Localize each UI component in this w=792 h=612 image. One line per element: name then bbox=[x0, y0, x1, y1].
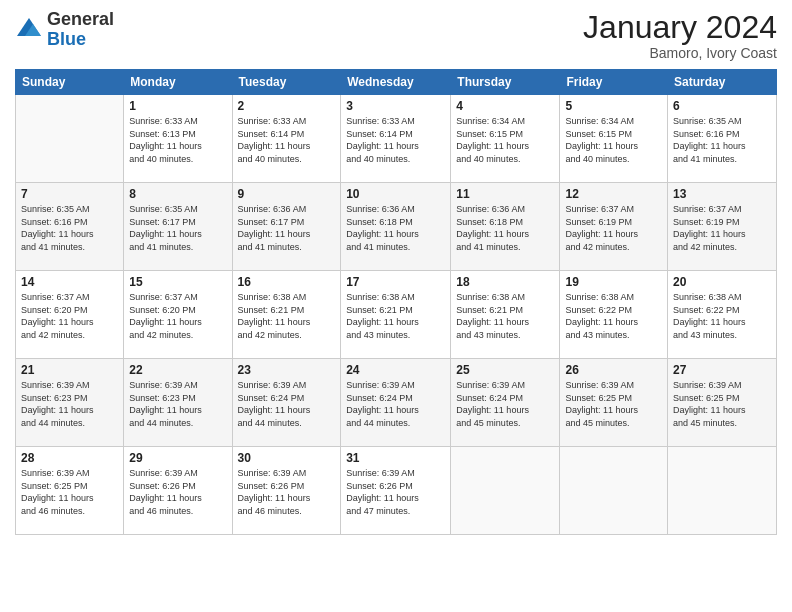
day-number: 16 bbox=[238, 275, 336, 289]
calendar-cell: 10Sunrise: 6:36 AMSunset: 6:18 PMDayligh… bbox=[341, 183, 451, 271]
day-number: 27 bbox=[673, 363, 771, 377]
day-info: Sunrise: 6:39 AMSunset: 6:23 PMDaylight:… bbox=[21, 379, 118, 429]
logo: General Blue bbox=[15, 10, 114, 50]
calendar-cell: 18Sunrise: 6:38 AMSunset: 6:21 PMDayligh… bbox=[451, 271, 560, 359]
day-number: 25 bbox=[456, 363, 554, 377]
day-number: 19 bbox=[565, 275, 662, 289]
calendar-cell: 4Sunrise: 6:34 AMSunset: 6:15 PMDaylight… bbox=[451, 95, 560, 183]
day-number: 1 bbox=[129, 99, 226, 113]
calendar-cell: 8Sunrise: 6:35 AMSunset: 6:17 PMDaylight… bbox=[124, 183, 232, 271]
calendar-cell: 23Sunrise: 6:39 AMSunset: 6:24 PMDayligh… bbox=[232, 359, 341, 447]
day-number: 2 bbox=[238, 99, 336, 113]
day-info: Sunrise: 6:34 AMSunset: 6:15 PMDaylight:… bbox=[456, 115, 554, 165]
day-number: 9 bbox=[238, 187, 336, 201]
day-header-saturday: Saturday bbox=[668, 70, 777, 95]
day-info: Sunrise: 6:33 AMSunset: 6:14 PMDaylight:… bbox=[238, 115, 336, 165]
day-info: Sunrise: 6:38 AMSunset: 6:21 PMDaylight:… bbox=[456, 291, 554, 341]
calendar-cell: 14Sunrise: 6:37 AMSunset: 6:20 PMDayligh… bbox=[16, 271, 124, 359]
calendar-cell: 11Sunrise: 6:36 AMSunset: 6:18 PMDayligh… bbox=[451, 183, 560, 271]
day-info: Sunrise: 6:37 AMSunset: 6:19 PMDaylight:… bbox=[673, 203, 771, 253]
calendar-cell: 21Sunrise: 6:39 AMSunset: 6:23 PMDayligh… bbox=[16, 359, 124, 447]
day-info: Sunrise: 6:37 AMSunset: 6:19 PMDaylight:… bbox=[565, 203, 662, 253]
day-number: 13 bbox=[673, 187, 771, 201]
calendar-cell: 27Sunrise: 6:39 AMSunset: 6:25 PMDayligh… bbox=[668, 359, 777, 447]
day-info: Sunrise: 6:36 AMSunset: 6:17 PMDaylight:… bbox=[238, 203, 336, 253]
calendar-cell: 13Sunrise: 6:37 AMSunset: 6:19 PMDayligh… bbox=[668, 183, 777, 271]
day-number: 29 bbox=[129, 451, 226, 465]
calendar-week-row: 14Sunrise: 6:37 AMSunset: 6:20 PMDayligh… bbox=[16, 271, 777, 359]
calendar-cell bbox=[451, 447, 560, 535]
calendar-cell bbox=[668, 447, 777, 535]
day-info: Sunrise: 6:35 AMSunset: 6:17 PMDaylight:… bbox=[129, 203, 226, 253]
day-number: 10 bbox=[346, 187, 445, 201]
day-info: Sunrise: 6:38 AMSunset: 6:21 PMDaylight:… bbox=[346, 291, 445, 341]
day-number: 7 bbox=[21, 187, 118, 201]
day-header-tuesday: Tuesday bbox=[232, 70, 341, 95]
day-header-wednesday: Wednesday bbox=[341, 70, 451, 95]
day-info: Sunrise: 6:34 AMSunset: 6:15 PMDaylight:… bbox=[565, 115, 662, 165]
day-info: Sunrise: 6:39 AMSunset: 6:24 PMDaylight:… bbox=[346, 379, 445, 429]
day-number: 5 bbox=[565, 99, 662, 113]
calendar-cell: 1Sunrise: 6:33 AMSunset: 6:13 PMDaylight… bbox=[124, 95, 232, 183]
day-info: Sunrise: 6:38 AMSunset: 6:22 PMDaylight:… bbox=[673, 291, 771, 341]
day-info: Sunrise: 6:33 AMSunset: 6:13 PMDaylight:… bbox=[129, 115, 226, 165]
calendar-cell bbox=[560, 447, 668, 535]
day-number: 3 bbox=[346, 99, 445, 113]
day-info: Sunrise: 6:39 AMSunset: 6:25 PMDaylight:… bbox=[21, 467, 118, 517]
day-number: 30 bbox=[238, 451, 336, 465]
calendar-cell: 15Sunrise: 6:37 AMSunset: 6:20 PMDayligh… bbox=[124, 271, 232, 359]
calendar-cell: 30Sunrise: 6:39 AMSunset: 6:26 PMDayligh… bbox=[232, 447, 341, 535]
day-info: Sunrise: 6:37 AMSunset: 6:20 PMDaylight:… bbox=[129, 291, 226, 341]
calendar-cell: 17Sunrise: 6:38 AMSunset: 6:21 PMDayligh… bbox=[341, 271, 451, 359]
calendar-week-row: 28Sunrise: 6:39 AMSunset: 6:25 PMDayligh… bbox=[16, 447, 777, 535]
day-number: 23 bbox=[238, 363, 336, 377]
calendar-cell: 7Sunrise: 6:35 AMSunset: 6:16 PMDaylight… bbox=[16, 183, 124, 271]
calendar-cell: 6Sunrise: 6:35 AMSunset: 6:16 PMDaylight… bbox=[668, 95, 777, 183]
day-info: Sunrise: 6:39 AMSunset: 6:26 PMDaylight:… bbox=[129, 467, 226, 517]
day-number: 17 bbox=[346, 275, 445, 289]
calendar-cell: 5Sunrise: 6:34 AMSunset: 6:15 PMDaylight… bbox=[560, 95, 668, 183]
calendar-cell: 31Sunrise: 6:39 AMSunset: 6:26 PMDayligh… bbox=[341, 447, 451, 535]
day-info: Sunrise: 6:35 AMSunset: 6:16 PMDaylight:… bbox=[673, 115, 771, 165]
day-header-thursday: Thursday bbox=[451, 70, 560, 95]
logo-icon bbox=[15, 16, 43, 44]
calendar-cell: 24Sunrise: 6:39 AMSunset: 6:24 PMDayligh… bbox=[341, 359, 451, 447]
day-info: Sunrise: 6:39 AMSunset: 6:25 PMDaylight:… bbox=[565, 379, 662, 429]
day-header-friday: Friday bbox=[560, 70, 668, 95]
calendar-cell: 3Sunrise: 6:33 AMSunset: 6:14 PMDaylight… bbox=[341, 95, 451, 183]
day-info: Sunrise: 6:38 AMSunset: 6:21 PMDaylight:… bbox=[238, 291, 336, 341]
location-subtitle: Bamoro, Ivory Coast bbox=[583, 45, 777, 61]
calendar-week-row: 7Sunrise: 6:35 AMSunset: 6:16 PMDaylight… bbox=[16, 183, 777, 271]
day-info: Sunrise: 6:37 AMSunset: 6:20 PMDaylight:… bbox=[21, 291, 118, 341]
calendar-cell: 25Sunrise: 6:39 AMSunset: 6:24 PMDayligh… bbox=[451, 359, 560, 447]
day-info: Sunrise: 6:33 AMSunset: 6:14 PMDaylight:… bbox=[346, 115, 445, 165]
calendar-week-row: 1Sunrise: 6:33 AMSunset: 6:13 PMDaylight… bbox=[16, 95, 777, 183]
logo-blue-text: Blue bbox=[47, 29, 86, 49]
calendar-cell: 26Sunrise: 6:39 AMSunset: 6:25 PMDayligh… bbox=[560, 359, 668, 447]
day-number: 14 bbox=[21, 275, 118, 289]
day-header-monday: Monday bbox=[124, 70, 232, 95]
day-header-sunday: Sunday bbox=[16, 70, 124, 95]
month-title: January 2024 bbox=[583, 10, 777, 45]
day-number: 31 bbox=[346, 451, 445, 465]
calendar-cell: 16Sunrise: 6:38 AMSunset: 6:21 PMDayligh… bbox=[232, 271, 341, 359]
day-number: 6 bbox=[673, 99, 771, 113]
day-number: 28 bbox=[21, 451, 118, 465]
calendar-cell: 22Sunrise: 6:39 AMSunset: 6:23 PMDayligh… bbox=[124, 359, 232, 447]
day-info: Sunrise: 6:39 AMSunset: 6:23 PMDaylight:… bbox=[129, 379, 226, 429]
day-info: Sunrise: 6:39 AMSunset: 6:24 PMDaylight:… bbox=[238, 379, 336, 429]
day-number: 18 bbox=[456, 275, 554, 289]
day-number: 15 bbox=[129, 275, 226, 289]
title-block: January 2024 Bamoro, Ivory Coast bbox=[583, 10, 777, 61]
calendar-week-row: 21Sunrise: 6:39 AMSunset: 6:23 PMDayligh… bbox=[16, 359, 777, 447]
day-info: Sunrise: 6:39 AMSunset: 6:26 PMDaylight:… bbox=[238, 467, 336, 517]
calendar-cell: 20Sunrise: 6:38 AMSunset: 6:22 PMDayligh… bbox=[668, 271, 777, 359]
day-number: 12 bbox=[565, 187, 662, 201]
calendar-cell: 28Sunrise: 6:39 AMSunset: 6:25 PMDayligh… bbox=[16, 447, 124, 535]
day-number: 22 bbox=[129, 363, 226, 377]
calendar-cell: 19Sunrise: 6:38 AMSunset: 6:22 PMDayligh… bbox=[560, 271, 668, 359]
day-number: 20 bbox=[673, 275, 771, 289]
day-info: Sunrise: 6:39 AMSunset: 6:25 PMDaylight:… bbox=[673, 379, 771, 429]
day-number: 26 bbox=[565, 363, 662, 377]
calendar-cell: 29Sunrise: 6:39 AMSunset: 6:26 PMDayligh… bbox=[124, 447, 232, 535]
